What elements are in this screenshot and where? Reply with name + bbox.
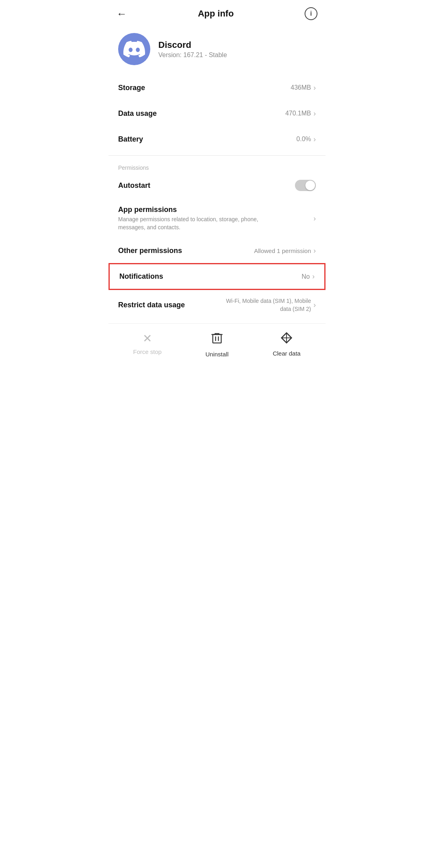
force-stop-icon: ✕ xyxy=(143,332,152,345)
data-usage-right: 470.1MB › xyxy=(285,109,316,118)
storage-right: 436MB › xyxy=(291,84,316,92)
page-title: App info xyxy=(198,8,233,19)
data-usage-label: Data usage xyxy=(118,109,157,118)
battery-right: 0.0% › xyxy=(297,135,316,144)
permissions-section-label: Permissions xyxy=(108,159,326,173)
app-permissions-left: App permissions Manage permissions relat… xyxy=(118,206,271,231)
battery-value: 0.0% xyxy=(297,136,311,143)
restrict-data-right: Wi-Fi, Mobile data (SIM 1), Mobile data … xyxy=(223,297,316,313)
autostart-label: Autostart xyxy=(118,181,150,190)
other-permissions-item[interactable]: Other permissions Allowed 1 permission › xyxy=(108,239,326,263)
chevron-icon: › xyxy=(313,109,316,118)
autostart-item[interactable]: Autostart xyxy=(108,173,326,198)
app-permissions-item[interactable]: App permissions Manage permissions relat… xyxy=(108,198,326,239)
app-name: Discord xyxy=(158,40,227,50)
force-stop-button[interactable]: ✕ Force stop xyxy=(113,332,182,355)
app-text: Discord Version: 167.21 - Stable xyxy=(158,40,227,59)
svg-rect-0 xyxy=(213,335,221,343)
battery-item[interactable]: Battery 0.0% › xyxy=(108,126,326,152)
storage-item[interactable]: Storage 436MB › xyxy=(108,75,326,101)
clear-data-label: Clear data xyxy=(273,350,301,357)
uninstall-label: Uninstall xyxy=(205,351,229,358)
uninstall-button[interactable]: Uninstall xyxy=(182,332,252,358)
chevron-icon: › xyxy=(312,272,315,281)
chevron-icon: › xyxy=(313,135,316,144)
notifications-right: No › xyxy=(302,272,315,281)
restrict-data-item[interactable]: Restrict data usage Wi-Fi, Mobile data (… xyxy=(108,290,326,320)
app-logo xyxy=(118,33,150,65)
battery-label: Battery xyxy=(118,135,143,144)
chevron-icon: › xyxy=(313,301,316,309)
clear-data-icon xyxy=(280,332,293,347)
other-permissions-right: Allowed 1 permission › xyxy=(254,247,316,255)
bottom-bar: ✕ Force stop Uninstall Clear data xyxy=(108,323,326,364)
restrict-data-label: Restrict data usage xyxy=(118,301,185,309)
chevron-icon: › xyxy=(313,247,316,255)
back-button[interactable]: ← xyxy=(117,8,127,19)
divider xyxy=(108,155,326,156)
info-button[interactable]: i xyxy=(305,7,317,20)
app-permissions-title: App permissions xyxy=(118,206,271,214)
header: ← App info i xyxy=(108,0,326,26)
data-usage-item[interactable]: Data usage 470.1MB › xyxy=(108,101,326,126)
app-version: Version: 167.21 - Stable xyxy=(158,51,227,59)
app-info-section: Discord Version: 167.21 - Stable xyxy=(108,26,326,75)
force-stop-label: Force stop xyxy=(133,348,162,355)
chevron-icon: › xyxy=(313,84,316,92)
storage-value: 436MB xyxy=(291,84,311,91)
chevron-icon: › xyxy=(313,214,316,223)
app-permissions-description: Manage permissions related to location, … xyxy=(118,216,271,231)
storage-label: Storage xyxy=(118,84,145,92)
notifications-item[interactable]: Notifications No › xyxy=(108,263,326,290)
notifications-label: Notifications xyxy=(119,272,163,281)
uninstall-icon xyxy=(211,332,223,348)
data-usage-value: 470.1MB xyxy=(285,110,311,117)
other-permissions-label: Other permissions xyxy=(118,247,182,255)
clear-data-button[interactable]: Clear data xyxy=(252,332,321,357)
notifications-value: No xyxy=(302,273,310,280)
autostart-toggle[interactable] xyxy=(295,180,316,191)
other-permissions-value: Allowed 1 permission xyxy=(254,247,311,254)
restrict-data-value: Wi-Fi, Mobile data (SIM 1), Mobile data … xyxy=(223,297,311,313)
